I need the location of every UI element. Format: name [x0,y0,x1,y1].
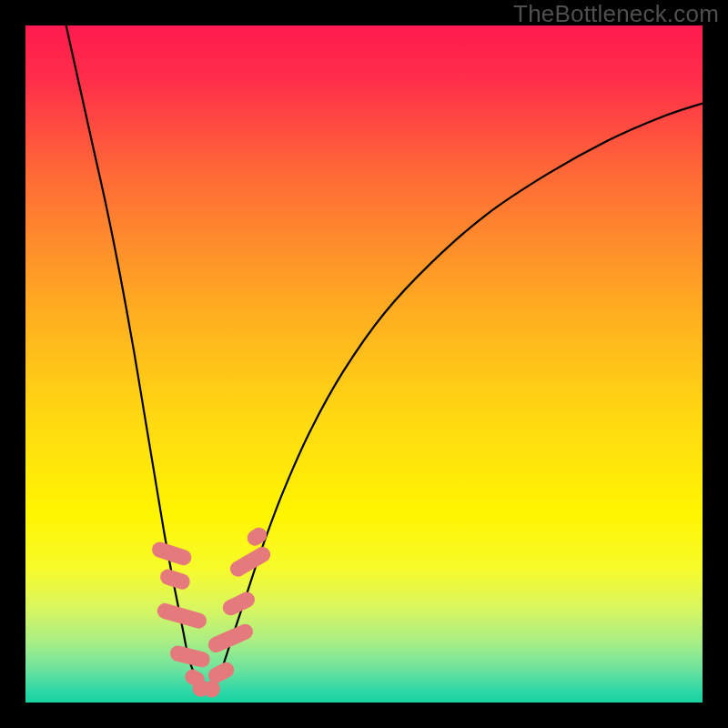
marker-0 [150,540,194,567]
chart-frame: TheBottleneck.com [0,0,728,728]
curve-right-branch [214,104,703,686]
marker-8 [206,622,256,655]
marker-10 [228,544,273,580]
watermark-text: TheBottleneck.com [513,0,719,28]
plot-area [25,25,703,703]
marker-11 [244,525,269,549]
curve-layer [25,25,703,703]
marker-9 [220,590,258,619]
